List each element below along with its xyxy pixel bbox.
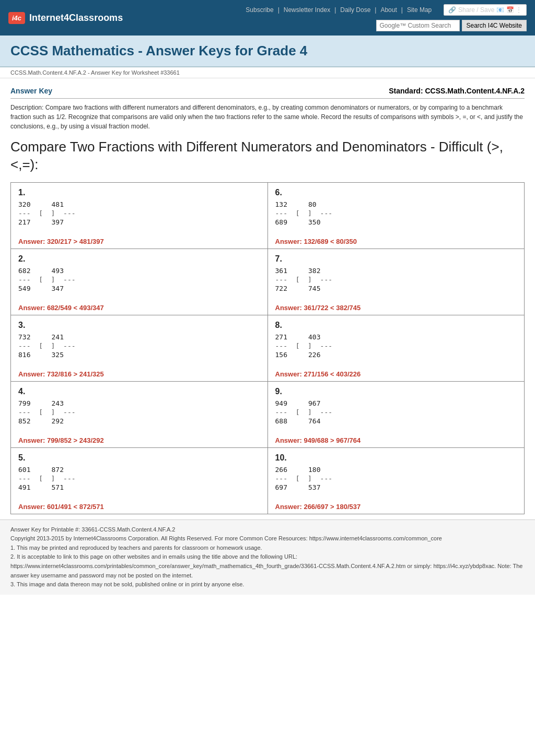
- answer-5: Answer: 601/491 < 872/571: [18, 499, 260, 511]
- frac-den2-7: 745: [308, 285, 320, 292]
- frac-den2-3: 325: [51, 351, 63, 359]
- frac-sep-4: --- [ ] ---: [18, 408, 260, 416]
- nav-daily-dose[interactable]: Daily Dose: [340, 6, 370, 14]
- problem-num-10: 10.: [275, 453, 517, 463]
- frac-num1-3: 732: [18, 333, 30, 341]
- problems-row-1: 1. 320 481 --- [ ] --- 217 397 Answer: 3…: [11, 183, 524, 249]
- answer-9: Answer: 949/688 > 967/764: [275, 432, 517, 444]
- frac-display-8: 271 403 --- [ ] --- 156 226: [275, 333, 517, 359]
- frac-display-6: 132 80 --- [ ] --- 689 350: [275, 200, 517, 226]
- frac-num2-10: 180: [308, 466, 320, 474]
- frac-num2-8: 403: [308, 333, 320, 341]
- description-text: Description: Compare two fractions with …: [10, 103, 525, 131]
- frac-sep-2: --- [ ] ---: [18, 276, 260, 284]
- frac-num2-1: 481: [51, 200, 63, 208]
- problem-num-3: 3.: [18, 321, 260, 330]
- frac-den2-9: 764: [308, 417, 320, 425]
- problem-cell-3: 3. 732 241 --- [ ] --- 816 325 Answer: 7…: [11, 315, 268, 381]
- frac-den2-10: 537: [308, 483, 320, 491]
- frac-sep-5: --- [ ] ---: [18, 475, 260, 482]
- logo-name: Internet4Classrooms: [29, 13, 123, 23]
- footer-line-4: https://www.internet4classrooms.com/prin…: [10, 562, 525, 580]
- nav-newsletter[interactable]: Newsletter Index: [284, 6, 330, 14]
- footer: Answer Key for Printable #: 33661-CCSS.M…: [0, 519, 535, 595]
- nav-sep-2: |: [334, 6, 336, 14]
- frac-num2-7: 382: [308, 267, 320, 275]
- problem-cell-6: 6. 132 80 --- [ ] --- 689 350 Answer: 13…: [268, 183, 525, 249]
- frac-den1-1: 217: [18, 218, 30, 226]
- answer-7: Answer: 361/722 < 382/745: [275, 300, 517, 312]
- frac-sep-6: --- [ ] ---: [275, 209, 517, 217]
- frac-den1-3: 816: [18, 351, 30, 359]
- problem-cell-9: 9. 949 967 --- [ ] --- 688 764 Answer: 9…: [268, 382, 525, 447]
- frac-den1-9: 688: [275, 417, 287, 425]
- problem-cell-5: 5. 601 872 --- [ ] --- 491 571 Answer: 6…: [11, 448, 268, 514]
- nav-sep-1: |: [278, 6, 280, 14]
- answer-3: Answer: 732/816 > 241/325: [18, 366, 260, 378]
- frac-num2-5: 872: [51, 466, 63, 474]
- footer-line-5: 3. This image and data thereon may not b…: [10, 580, 525, 589]
- problems-row-2: 2. 682 493 --- [ ] --- 549 347 Answer: 6…: [11, 249, 524, 315]
- page-title: CCSS Mathematics - Answer Keys for Grade…: [10, 43, 525, 59]
- problem-num-1: 1.: [18, 188, 260, 197]
- frac-den2-2: 347: [51, 285, 63, 292]
- nav-about[interactable]: About: [380, 6, 397, 14]
- problem-num-5: 5.: [18, 453, 260, 463]
- frac-den1-10: 697: [275, 483, 287, 491]
- frac-display-10: 266 180 --- [ ] --- 697 537: [275, 466, 517, 491]
- share-save-button[interactable]: 🔗 Share / Save 📧 📅 ⋮: [444, 4, 527, 16]
- problem-num-9: 9.: [275, 387, 517, 396]
- frac-display-1: 320 481 --- [ ] --- 217 397: [18, 200, 260, 226]
- problem-cell-1: 1. 320 481 --- [ ] --- 217 397 Answer: 3…: [11, 183, 268, 249]
- nav-subscribe[interactable]: Subscribe: [246, 6, 273, 14]
- worksheet-title: Compare Two Fractions with Different Num…: [10, 138, 525, 174]
- frac-sep-10: --- [ ] ---: [275, 475, 517, 482]
- problem-num-8: 8.: [275, 321, 517, 330]
- problem-cell-7: 7. 361 382 --- [ ] --- 722 745 Answer: 3…: [268, 249, 525, 315]
- answer-4: Answer: 799/852 > 243/292: [18, 432, 260, 444]
- frac-display-9: 949 967 --- [ ] --- 688 764: [275, 399, 517, 425]
- frac-display-5: 601 872 --- [ ] --- 491 571: [18, 466, 260, 491]
- frac-den1-5: 491: [18, 483, 30, 491]
- frac-display-4: 799 243 --- [ ] --- 852 292: [18, 399, 260, 425]
- nav-site-map[interactable]: Site Map: [407, 6, 432, 14]
- answer-2: Answer: 682/549 < 493/347: [18, 300, 260, 312]
- search-button[interactable]: Search I4C Website: [462, 20, 527, 31]
- frac-num1-1: 320: [18, 200, 30, 208]
- frac-num1-5: 601: [18, 466, 30, 474]
- frac-den1-4: 852: [18, 417, 30, 425]
- frac-display-3: 732 241 --- [ ] --- 816 325: [18, 333, 260, 359]
- share-icon: 🔗: [448, 6, 456, 14]
- problem-cell-4: 4. 799 243 --- [ ] --- 852 292 Answer: 7…: [11, 382, 268, 447]
- nav-sep-3: |: [375, 6, 376, 14]
- frac-num2-3: 241: [51, 333, 63, 341]
- frac-den2-5: 571: [51, 483, 63, 491]
- frac-den1-7: 722: [275, 285, 287, 292]
- problems-row-3: 3. 732 241 --- [ ] --- 816 325 Answer: 7…: [11, 315, 524, 382]
- problem-num-6: 6.: [275, 188, 517, 197]
- footer-line-0: Answer Key for Printable #: 33661-CCSS.M…: [10, 525, 525, 535]
- frac-num2-9: 967: [308, 399, 320, 407]
- answer-8: Answer: 271/156 < 403/226: [275, 366, 517, 378]
- frac-den2-4: 292: [51, 417, 63, 425]
- nav-sep-4: |: [401, 6, 403, 14]
- frac-num1-7: 361: [275, 267, 287, 275]
- search-input[interactable]: [376, 20, 460, 31]
- frac-num1-9: 949: [275, 399, 287, 407]
- problem-cell-2: 2. 682 493 --- [ ] --- 549 347 Answer: 6…: [11, 249, 268, 315]
- share-btn-label: Share / Save: [458, 6, 494, 14]
- problems-grid: 1. 320 481 --- [ ] --- 217 397 Answer: 3…: [10, 182, 525, 514]
- problem-cell-10: 10. 266 180 --- [ ] --- 697 537 Answer: …: [268, 448, 525, 514]
- answer-10: Answer: 266/697 > 180/537: [275, 499, 517, 511]
- problems-row-5: 5. 601 872 --- [ ] --- 491 571 Answer: 6…: [11, 448, 524, 514]
- answer-6: Answer: 132/689 < 80/350: [275, 233, 517, 245]
- frac-num1-6: 132: [275, 200, 287, 208]
- frac-den2-8: 226: [308, 351, 320, 359]
- footer-line-3: 2. It is acceptable to link to this page…: [10, 552, 525, 562]
- frac-sep-3: --- [ ] ---: [18, 342, 260, 350]
- frac-display-7: 361 382 --- [ ] --- 722 745: [275, 267, 517, 292]
- footer-line-1: Copyright 2013-2015 by Internet4Classroo…: [10, 534, 525, 544]
- frac-num2-2: 493: [51, 267, 63, 275]
- frac-num1-4: 799: [18, 399, 30, 407]
- frac-num1-10: 266: [275, 466, 287, 474]
